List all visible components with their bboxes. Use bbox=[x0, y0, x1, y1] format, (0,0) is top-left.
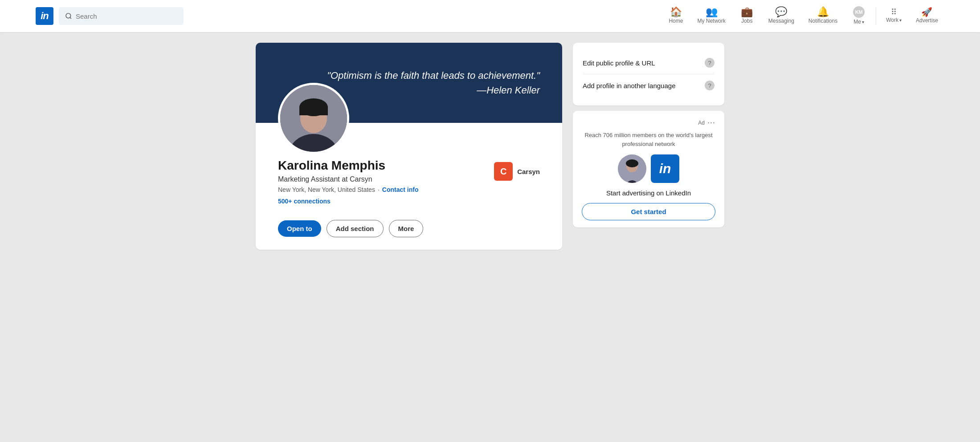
my-network-icon: 👥 bbox=[706, 7, 718, 17]
edit-profile-link-text: Edit public profile & URL bbox=[583, 59, 655, 67]
get-started-button[interactable]: Get started bbox=[582, 203, 715, 220]
nav-label-messaging: Messaging bbox=[768, 18, 794, 24]
nav-divider bbox=[876, 7, 876, 25]
nav-label-notifications: Notifications bbox=[808, 18, 837, 24]
profile-avatar-wrapper bbox=[278, 83, 349, 154]
notifications-icon: 🔔 bbox=[817, 7, 829, 17]
nav-item-jobs[interactable]: 💼 Jobs bbox=[734, 0, 760, 32]
svg-point-0 bbox=[66, 13, 71, 18]
profile-title: Marketing Assistant at Carsyn bbox=[278, 175, 418, 183]
ad-logos: in bbox=[582, 154, 715, 183]
nav-item-advertise[interactable]: 🚀 Advertise bbox=[910, 0, 944, 32]
advertise-icon: 🚀 bbox=[921, 8, 932, 16]
ad-logo-text: in bbox=[659, 161, 671, 176]
avatar-svg bbox=[280, 85, 347, 152]
jobs-icon: 💼 bbox=[741, 7, 753, 17]
avatar: KM bbox=[853, 6, 865, 18]
profile-links-card: Edit public profile & URL ? Add profile … bbox=[573, 43, 724, 105]
ad-card: Ad ··· Reach 706 million members on the … bbox=[573, 111, 724, 227]
messaging-icon: 💬 bbox=[775, 7, 787, 17]
home-icon: 🏠 bbox=[670, 7, 682, 17]
nav-items: 🏠 Home 👥 My Network 💼 Jobs 💬 Messaging 🔔… bbox=[662, 0, 944, 32]
nav-item-messaging[interactable]: 💬 Messaging bbox=[762, 0, 800, 32]
banner-quote: "Optimism is the faith that leads to ach… bbox=[327, 68, 540, 97]
company-logo: C bbox=[494, 162, 513, 181]
navbar: in 🏠 Home 👥 My Network 💼 Jobs 💬 Messagin… bbox=[0, 0, 980, 32]
nav-label-advertise: Advertise bbox=[916, 17, 938, 24]
profile-location: New York, New York, United States · Cont… bbox=[278, 186, 418, 193]
profile-text-block: Karolina Memphis Marketing Assistant at … bbox=[278, 158, 418, 213]
help-icon-edit: ? bbox=[705, 58, 715, 68]
profile-card: "Optimism is the faith that leads to ach… bbox=[256, 43, 562, 250]
work-dropdown-arrow: ▾ bbox=[899, 18, 902, 23]
company-badge: C Carsyn bbox=[494, 162, 540, 181]
work-icon: ⠿ bbox=[891, 8, 897, 16]
nav-label-home: Home bbox=[669, 18, 683, 24]
logo-text: in bbox=[41, 10, 49, 22]
nav-item-my-network[interactable]: 👥 My Network bbox=[691, 0, 731, 32]
nav-item-notifications[interactable]: 🔔 Notifications bbox=[802, 0, 844, 32]
main-wrapper: "Optimism is the faith that leads to ach… bbox=[245, 43, 735, 250]
nav-label-work: Work ▾ bbox=[886, 17, 902, 23]
svg-line-1 bbox=[70, 17, 71, 19]
nav-label-jobs: Jobs bbox=[741, 18, 752, 24]
add-language-link-row[interactable]: Add profile in another language ? bbox=[583, 74, 715, 97]
ad-linkedin-logo: in bbox=[651, 154, 679, 183]
location-text: New York, New York, United States bbox=[278, 186, 375, 193]
ad-cta-text: Start advertising on LinkedIn bbox=[582, 189, 715, 197]
location-separator: · bbox=[378, 186, 380, 193]
nav-label-me: Me ▾ bbox=[853, 19, 864, 25]
profile-name: Karolina Memphis bbox=[278, 158, 418, 173]
nav-item-home[interactable]: 🏠 Home bbox=[662, 0, 689, 32]
ad-text: Reach 706 million members on the world's… bbox=[582, 131, 715, 148]
ad-avatar-svg bbox=[618, 154, 646, 183]
add-section-button[interactable]: Add section bbox=[327, 220, 384, 237]
more-button[interactable]: More bbox=[389, 220, 424, 237]
ad-options-button[interactable]: ··· bbox=[707, 118, 715, 127]
edit-profile-link-row[interactable]: Edit public profile & URL ? bbox=[583, 52, 715, 74]
profile-banner: "Optimism is the faith that leads to ach… bbox=[256, 43, 562, 123]
company-name: Carsyn bbox=[517, 168, 540, 175]
me-dropdown-arrow: ▾ bbox=[862, 20, 864, 24]
top-row: Karolina Memphis Marketing Assistant at … bbox=[278, 158, 540, 213]
open-to-button[interactable]: Open to bbox=[278, 220, 321, 237]
nav-label-my-network: My Network bbox=[697, 18, 725, 24]
help-icon-language: ? bbox=[705, 81, 715, 90]
linkedin-logo[interactable]: in bbox=[36, 7, 53, 25]
nav-item-me[interactable]: KM Me ▾ bbox=[845, 0, 872, 32]
ad-user-avatar bbox=[618, 154, 646, 183]
svg-point-10 bbox=[626, 159, 638, 167]
avatar-image bbox=[280, 85, 347, 152]
avatar-initials: KM bbox=[855, 9, 863, 15]
contact-info-link[interactable]: Contact info bbox=[382, 186, 419, 193]
profile-actions: Open to Add section More bbox=[278, 220, 540, 237]
nav-item-work[interactable]: ⠿ Work ▾ bbox=[880, 0, 908, 32]
company-initial: C bbox=[500, 166, 506, 177]
search-bar[interactable] bbox=[59, 7, 184, 25]
ad-label: Ad bbox=[698, 120, 705, 126]
search-icon bbox=[65, 12, 72, 20]
add-language-link-text: Add profile in another language bbox=[583, 82, 676, 89]
ad-header: Ad ··· bbox=[582, 118, 715, 127]
profile-avatar bbox=[278, 83, 349, 154]
search-input[interactable] bbox=[76, 12, 177, 20]
right-sidebar: Edit public profile & URL ? Add profile … bbox=[573, 43, 724, 250]
connections-link[interactable]: 500+ connections bbox=[278, 198, 418, 205]
